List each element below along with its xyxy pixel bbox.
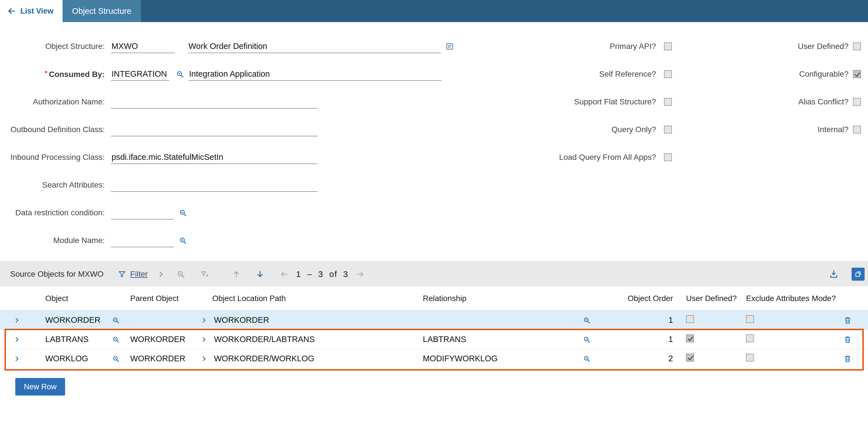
relationship-lookup-icon[interactable] — [583, 336, 590, 343]
column-header-parent-object[interactable]: Parent Object — [125, 294, 198, 303]
row-exclude-attributes-checkbox[interactable] — [746, 315, 754, 323]
form-row-authorization-name: Authorization Name: — [0, 88, 868, 116]
search-attributes-input[interactable] — [111, 178, 317, 192]
module-name-input[interactable] — [111, 234, 174, 247]
object-cell: LABTRANS — [45, 335, 89, 344]
form-row-object-structure: Object Structure: MXWO Work Order Defini… — [0, 33, 868, 60]
object-structure-label: Object Structure: — [0, 42, 111, 51]
column-header-object-order[interactable]: Object Order — [606, 294, 679, 303]
flag-configurable: Configurable? — [798, 60, 861, 88]
internal-checkbox[interactable] — [853, 126, 861, 134]
object-cell: WORKORDER — [45, 315, 100, 325]
column-header-object-location-path[interactable]: Object Location Path — [198, 294, 419, 303]
user-defined-label: User Defined? — [798, 42, 848, 51]
object-lookup-icon[interactable] — [112, 317, 119, 324]
query-only-checkbox[interactable] — [664, 126, 672, 134]
maximize-table-icon[interactable] — [851, 268, 865, 280]
list-view-tab[interactable]: List View — [0, 0, 63, 22]
inbound-processing-class-input[interactable]: psdi.iface.mic.StatefulMicSetIn — [111, 151, 317, 164]
flag-support-flat-structure: Support Flat Structure? — [559, 88, 672, 116]
clear-filter-icon[interactable] — [200, 270, 209, 278]
consumed-by-description-value: Integration Application — [189, 69, 270, 79]
column-header-user-defined[interactable]: User Defined? — [679, 294, 742, 303]
form-row-inbound-processing-class: Inbound Processing Class: psdi.iface.mic… — [0, 143, 868, 171]
consumed-by-lookup-icon[interactable] — [176, 70, 184, 78]
object-structure-input[interactable]: MXWO — [111, 40, 175, 53]
object-location-path-cell: WORKORDER/LABTRANS — [214, 335, 315, 344]
flags-column-2: User Defined? Configurable? Alias Confli… — [798, 33, 861, 143]
object-order-cell: 1 — [606, 335, 679, 344]
user-defined-checkbox[interactable] — [853, 42, 861, 51]
load-query-from-all-apps-checkbox[interactable] — [664, 153, 672, 161]
back-arrow-icon — [7, 7, 16, 15]
object-structure-form: Object Structure: MXWO Work Order Defini… — [0, 22, 868, 254]
self-reference-checkbox[interactable] — [664, 70, 672, 78]
object-structure-description-value: Work Order Definition — [188, 42, 267, 51]
move-up-icon[interactable] — [232, 270, 241, 278]
outbound-definition-class-input[interactable] — [111, 123, 317, 136]
support-flat-structure-checkbox[interactable] — [664, 98, 672, 106]
authorization-name-label: Authorization Name: — [0, 97, 111, 106]
previous-page-icon[interactable] — [280, 270, 289, 278]
object-structure-tab[interactable]: Object Structure — [63, 0, 141, 22]
object-lookup-icon[interactable] — [112, 355, 119, 362]
next-page-icon[interactable] — [356, 270, 364, 278]
data-restriction-lookup-icon[interactable] — [179, 209, 187, 217]
row-user-defined-checkbox[interactable] — [686, 354, 694, 362]
object-lookup-icon[interactable] — [112, 336, 119, 343]
configurable-checkbox[interactable] — [853, 70, 861, 78]
expand-row-icon[interactable] — [14, 317, 20, 323]
self-reference-label: Self Reference? — [599, 70, 656, 79]
delete-row-icon[interactable] — [843, 355, 852, 363]
drilldown-path-icon[interactable] — [201, 317, 207, 323]
row-user-defined-checkbox[interactable] — [686, 334, 694, 342]
row-exclude-attributes-checkbox[interactable] — [746, 354, 754, 362]
authorization-name-input[interactable] — [111, 95, 317, 109]
new-row-button[interactable]: New Row — [15, 378, 65, 396]
module-name-lookup-icon[interactable] — [179, 236, 187, 244]
parent-object-cell: WORKORDER — [125, 354, 198, 363]
object-structure-description-input[interactable]: Work Order Definition — [188, 40, 441, 53]
delete-row-icon[interactable] — [843, 316, 852, 325]
delete-row-icon[interactable] — [843, 335, 852, 344]
load-query-from-all-apps-label: Load Query From All Apps? — [559, 153, 656, 162]
table-search-icon[interactable] — [177, 270, 185, 278]
column-header-exclude-attributes-mode[interactable]: Exclude Attributes Mode? — [742, 294, 843, 303]
alias-conflict-checkbox[interactable] — [853, 98, 861, 106]
top-tab-bar: List View Object Structure — [0, 0, 868, 22]
table-toolbar: Source Objects for MXWO Filter 1 – 3 of … — [0, 261, 868, 286]
table-row[interactable]: WORKORDER WORKORDER 1 — [0, 311, 868, 330]
configurable-label: Configurable? — [799, 70, 848, 79]
table-row[interactable]: LABTRANS WORKORDER WORKORDER/LABTRANS LA… — [0, 330, 868, 349]
filter-expand-chevron-icon[interactable] — [157, 270, 165, 278]
expand-row-icon[interactable] — [14, 356, 20, 362]
primary-api-checkbox[interactable] — [664, 42, 672, 51]
table-row[interactable]: WORKLOG WORKORDER WORKORDER/WORKLOG MODI… — [0, 349, 868, 368]
drilldown-path-icon[interactable] — [201, 336, 207, 342]
form-row-outbound-definition-class: Outbound Definition Class: — [0, 116, 868, 143]
object-structure-tab-label: Object Structure — [72, 6, 132, 16]
pagination-label: 1 – 3 of 3 — [296, 269, 348, 279]
data-restriction-condition-input[interactable] — [111, 206, 174, 220]
move-down-icon[interactable] — [256, 270, 264, 278]
filter-icon[interactable] — [118, 270, 126, 278]
long-description-icon[interactable] — [445, 42, 454, 51]
column-header-object[interactable]: Object — [34, 294, 125, 303]
object-location-path-cell: WORKORDER/WORKLOG — [214, 354, 314, 363]
alias-conflict-label: Alias Conflict? — [798, 97, 848, 106]
relationship-lookup-icon[interactable] — [583, 355, 590, 362]
expand-row-icon[interactable] — [14, 336, 20, 342]
object-location-path-cell: WORKORDER — [214, 315, 269, 325]
column-header-relationship[interactable]: Relationship — [419, 294, 606, 303]
flag-primary-api: Primary API? — [559, 33, 672, 60]
consumed-by-description-input[interactable]: Integration Application — [188, 67, 441, 81]
row-exclude-attributes-checkbox[interactable] — [746, 334, 754, 342]
row-user-defined-checkbox[interactable] — [686, 315, 694, 323]
relationship-lookup-icon[interactable] — [583, 317, 590, 324]
flag-query-only: Query Only? — [559, 116, 672, 143]
source-objects-section: Source Objects for MXWO Filter 1 – 3 of … — [0, 261, 868, 396]
filter-link[interactable]: Filter — [130, 270, 148, 279]
consumed-by-input[interactable]: INTEGRATION — [111, 67, 169, 81]
drilldown-path-icon[interactable] — [201, 356, 207, 362]
download-icon[interactable] — [829, 269, 839, 279]
